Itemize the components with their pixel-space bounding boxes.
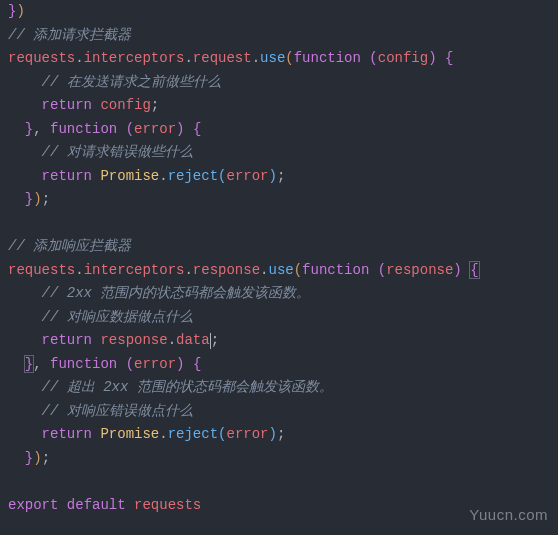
code-line: requests.interceptors.request.use(functi…: [8, 47, 550, 71]
method: reject: [168, 426, 218, 442]
param: error: [134, 121, 176, 137]
code-line: // 添加响应拦截器: [8, 235, 550, 259]
property: interceptors: [84, 262, 185, 278]
keyword: default: [67, 497, 126, 513]
code-line: // 对响应错误做点什么: [8, 400, 550, 424]
comment: // 超出 2xx 范围的状态码都会触发该函数。: [42, 379, 333, 395]
param: error: [134, 356, 176, 372]
paren: ): [16, 3, 24, 19]
comment: // 添加请求拦截器: [8, 27, 131, 43]
keyword: function: [50, 356, 117, 372]
keyword: function: [50, 121, 117, 137]
code-line: return response.data;: [8, 329, 550, 353]
property: request: [193, 50, 252, 66]
code-editor[interactable]: }) // 添加请求拦截器 requests.interceptors.requ…: [0, 0, 558, 517]
keyword: return: [42, 168, 92, 184]
keyword: function: [294, 50, 361, 66]
keyword: export: [8, 497, 58, 513]
param: response: [386, 262, 453, 278]
keyword: return: [42, 426, 92, 442]
comment: // 对响应数据做点什么: [42, 309, 193, 325]
keyword: return: [42, 97, 92, 113]
code-line: [8, 212, 550, 236]
comment: // 添加响应拦截器: [8, 238, 131, 254]
identifier: requests: [8, 262, 75, 278]
property: data: [176, 332, 210, 348]
param: error: [226, 426, 268, 442]
param: error: [226, 168, 268, 184]
method: use: [268, 262, 293, 278]
code-line: // 在发送请求之前做些什么: [8, 71, 550, 95]
code-line: // 超出 2xx 范围的状态码都会触发该函数。: [8, 376, 550, 400]
watermark: Yuucn.com: [469, 502, 548, 527]
property: interceptors: [84, 50, 185, 66]
identifier: requests: [8, 50, 75, 66]
comment: // 在发送请求之前做些什么: [42, 74, 221, 90]
code-line: }, function (error) {: [8, 353, 550, 377]
builtin: Promise: [100, 168, 159, 184]
comment: // 对请求错误做些什么: [42, 144, 193, 160]
comment: // 对响应错误做点什么: [42, 403, 193, 419]
code-line: // 对响应数据做点什么: [8, 306, 550, 330]
code-line: return Promise.reject(error);: [8, 423, 550, 447]
code-line: requests.interceptors.response.use(funct…: [8, 259, 550, 283]
code-line: // 对请求错误做些什么: [8, 141, 550, 165]
identifier: response: [100, 332, 167, 348]
code-line: return Promise.reject(error);: [8, 165, 550, 189]
method: use: [260, 50, 285, 66]
code-line: // 添加请求拦截器: [8, 24, 550, 48]
code-line: });: [8, 447, 550, 471]
method: reject: [168, 168, 218, 184]
builtin: Promise: [100, 426, 159, 442]
property: response: [193, 262, 260, 278]
keyword: function: [302, 262, 369, 278]
code-line: });: [8, 188, 550, 212]
code-line: }, function (error) {: [8, 118, 550, 142]
code-line: [8, 470, 550, 494]
code-line: // 2xx 范围内的状态码都会触发该函数。: [8, 282, 550, 306]
param: config: [378, 50, 428, 66]
keyword: return: [42, 332, 92, 348]
code-line: return config;: [8, 94, 550, 118]
code-line: }): [8, 0, 550, 24]
comment: // 2xx 范围内的状态码都会触发该函数。: [42, 285, 311, 301]
identifier: config: [100, 97, 150, 113]
identifier: requests: [134, 497, 201, 513]
